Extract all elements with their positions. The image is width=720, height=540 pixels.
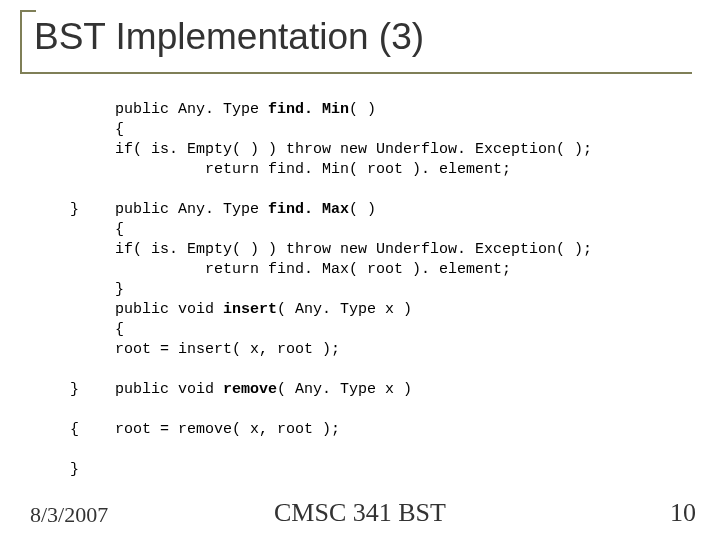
code-block: public Any. Type find. Min( ) { if( is. … <box>70 100 680 440</box>
code-text: { <box>115 321 124 338</box>
code-text: public void <box>115 381 223 398</box>
code-text: ( ) <box>349 101 376 118</box>
code-text: { <box>115 221 124 238</box>
code-text: root = remove( x, root ); <box>115 421 340 438</box>
slide: BST Implementation (3) } } { } public An… <box>0 0 720 540</box>
code-text: public void <box>115 301 223 318</box>
gutter-brace: } <box>70 461 79 478</box>
slide-number: 10 <box>670 498 696 528</box>
title-rule-left <box>20 10 22 74</box>
title-block: BST Implementation (3) <box>20 10 692 64</box>
code-text: if( is. Empty( ) ) throw new Underflow. … <box>115 141 592 158</box>
code-text: root = insert( x, root ); <box>115 341 340 358</box>
code-text: public Any. Type <box>115 201 268 218</box>
title-rule-top <box>20 10 36 12</box>
footer: 8/3/2007 CMSC 341 BST 10 <box>0 494 720 528</box>
code-text: ( ) <box>349 201 376 218</box>
code-text: ( Any. Type x ) <box>277 381 412 398</box>
code-text: return find. Min( root ). element; <box>115 161 511 178</box>
gutter-line <box>70 441 79 458</box>
code-text: } <box>115 281 124 298</box>
code-text: { <box>115 121 124 138</box>
slide-title: BST Implementation (3) <box>32 10 692 64</box>
code-bold: find. Min <box>268 101 349 118</box>
code-bold: find. Max <box>268 201 349 218</box>
footer-center: CMSC 341 BST <box>0 498 720 528</box>
title-rule-bottom <box>20 72 692 74</box>
code-bold: insert <box>223 301 277 318</box>
code-bold: remove <box>223 381 277 398</box>
code-text: ( Any. Type x ) <box>277 301 412 318</box>
code-text: public Any. Type <box>115 101 268 118</box>
code-text: return find. Max( root ). element; <box>115 261 511 278</box>
code-text: if( is. Empty( ) ) throw new Underflow. … <box>115 241 592 258</box>
